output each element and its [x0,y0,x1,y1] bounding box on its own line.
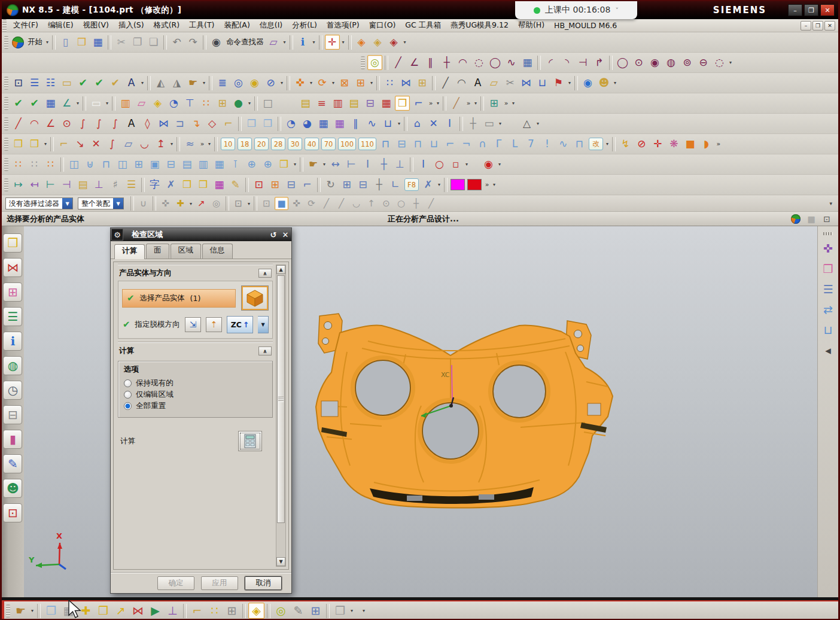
target-filter-button[interactable]: ✛ [650,136,665,151]
lightning-button[interactable]: ↯ [618,136,633,151]
hook-curve-button[interactable]: ↘ [72,136,87,151]
scroll-up-button[interactable]: ▲ [276,265,285,274]
datum-cross-button[interactable]: ┼ [465,116,480,131]
yellow-box1-button[interactable]: ❒ [179,177,194,192]
sketch-parallel-button[interactable]: ∥ [423,55,438,70]
warp-sheet-button[interactable]: ◊ [140,116,155,131]
flag-note-button[interactable]: ⚑ [551,75,566,90]
moldbase-shape8-button[interactable]: L [507,136,522,151]
toolbar-dd[interactable]: ▾ [436,182,442,187]
cylinder-split-button[interactable]: ⊟ [355,177,370,192]
moldbase-shape9-button[interactable]: 7 [524,136,538,151]
drafting-arc-button[interactable]: ◠ [454,75,469,90]
doc-minimize-button[interactable]: – [801,21,811,31]
abc-verify-button[interactable]: A [124,75,139,90]
angle-20-button[interactable]: 20 [254,138,269,150]
blue-corner-button[interactable]: ⌐ [300,177,315,192]
dot-grid3-button[interactable]: ∷ [43,157,58,172]
toolbar-dd[interactable]: ▾ [612,80,618,86]
mirror-feature-button[interactable]: ⋈ [398,75,413,90]
toolbar-dd[interactable]: ▾ [42,141,48,147]
close-button[interactable]: ✕ [820,4,835,16]
snap-rocket-button[interactable]: ↗ [194,197,208,210]
sketch-ellipse-button[interactable]: ◯ [488,55,503,70]
find-component-button[interactable]: ☛ [13,603,29,619]
sew-curve3-button[interactable]: ∫ [108,116,123,131]
toolbar-dd[interactable]: ▾ [29,608,35,613]
text-char-button[interactable]: 字 [147,177,162,192]
view-sync-button[interactable]: ◈ [370,35,385,50]
window-shape4-button[interactable]: ◫ [115,157,130,172]
roles-palette-tab[interactable]: ☻ [3,479,22,498]
lift-table-button[interactable]: ⊤ [182,96,197,111]
toolbar-dd[interactable]: ▾ [282,39,288,45]
j-curve-button[interactable]: ∫ [105,136,120,151]
deviation-gauge-button[interactable]: ☛ [185,75,200,90]
toolbar-dd[interactable]: ▾ [402,39,408,45]
mold-plate3-button[interactable]: ▥ [330,96,345,111]
moldbase-shape12-button[interactable]: ⊓ [572,136,587,151]
collapse-section-button[interactable]: ∧ [258,347,272,355]
rail-button[interactable]: ♯ [108,177,123,192]
snap-plus-button[interactable]: ┼ [409,197,423,210]
toolbar-ovf[interactable]: » [464,99,473,107]
dialog-scrollbar[interactable]: ▲ ▼ [276,265,286,567]
f8-view-button[interactable]: F8 [404,178,419,191]
perpendicular-button[interactable]: ⊥ [92,177,106,192]
paste-button[interactable]: ❏ [146,35,161,50]
brush-button[interactable]: ✎ [228,177,243,192]
part-navigator-tab[interactable]: ⊞ [3,282,22,302]
color-palette-tab[interactable]: ▮ [3,430,22,449]
sketch-point-button[interactable]: ┼ [439,55,454,70]
history-palette-tab[interactable]: ◷ [3,381,22,400]
moldbase-shape10-button[interactable]: ! [540,136,555,151]
snap-circle-button[interactable]: ⊙ [379,197,393,210]
drafting-text-button[interactable]: A [470,75,485,90]
move-component-button[interactable]: ✜ [820,240,836,257]
dropdown-arrow-icon[interactable]: ▼ [62,198,72,209]
toolbar-ovf[interactable]: » [502,99,510,107]
hand-tool-button[interactable]: ☛ [306,157,321,172]
color-swatch-magenta[interactable] [451,179,465,190]
toolbar-dd[interactable]: ▾ [330,80,336,86]
menu-item-工具(T)[interactable]: 工具(T) [184,19,219,32]
open-assembly-button[interactable]: ❒ [43,603,59,619]
menu-item-插入(S)[interactable]: 插入(S) [114,19,149,32]
yellow-box2-button[interactable]: ❒ [196,177,211,192]
swap-cylinders-button[interactable]: ⇄ [820,301,836,318]
snap-quadrant-button[interactable]: ◎ [209,197,223,210]
cylinder-pair-button[interactable]: ⊞ [339,177,354,192]
toolbar-dd[interactable]: ▾ [473,101,479,106]
toolbar-dd[interactable]: ▾ [340,39,346,45]
coil-tool-button[interactable]: ◎ [231,75,246,90]
assembly-constraint-button[interactable]: ⊥ [165,603,181,619]
toolbar-dd[interactable]: ▾ [491,182,497,187]
menu-item-燕秀UG模具9.12[interactable]: 燕秀UG模具9.12 [446,19,513,32]
insert-grid-button[interactable]: ▤ [75,177,90,192]
toolbar-dd[interactable]: ▾ [279,80,285,86]
display-plane-button[interactable]: ▭ [89,96,104,111]
toolbar-dd[interactable]: ▾ [311,39,317,45]
command-finder-label[interactable]: 命令查找器 [224,37,266,47]
tab-information[interactable]: 信息 [202,244,233,259]
swept-surface-button[interactable]: ∿ [364,116,379,131]
start-menu-dropdown[interactable]: ▾ [44,39,50,45]
toolbar-dd[interactable]: ▾ [497,162,503,167]
move-face-button[interactable]: ✜ [293,75,308,90]
copy-button[interactable]: ❐ [130,35,145,50]
mold-plate1-button[interactable]: ▤ [298,96,313,111]
angle-30-button[interactable]: 30 [288,138,302,150]
extend-curve-button[interactable]: ↱ [592,55,607,70]
lifter1-button[interactable]: ⊢ [43,177,58,192]
snap-magnet-button[interactable]: ∪ [136,197,150,210]
system-materials-tab[interactable]: ⊟ [3,405,22,424]
layer-settings-button[interactable]: ☰ [27,75,42,90]
reset-view-button[interactable]: ◈ [386,35,401,50]
arc-corner1-button[interactable]: ◜ [543,55,558,70]
modify-button[interactable]: 改 [589,138,603,150]
moldbase-shape5-button[interactable]: ¬ [459,136,474,151]
visual-reports-tab[interactable]: ✎ [3,454,22,473]
sew-curve1-button[interactable]: ∫ [75,116,90,131]
toolbar-ovf[interactable]: » [714,140,723,148]
sketch-circle-dotted-button[interactable]: ◌ [471,55,486,70]
